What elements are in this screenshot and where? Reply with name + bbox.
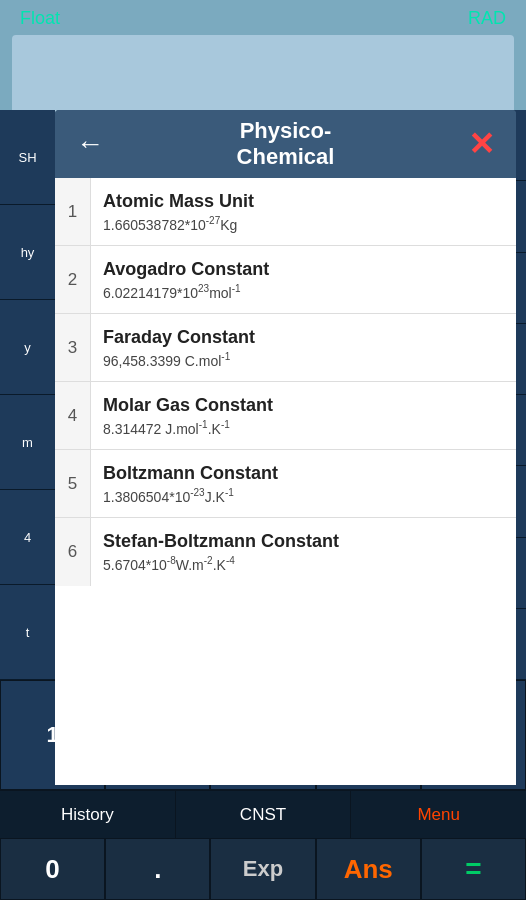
modal-title: Physico- Chemical [237, 118, 335, 171]
cnst-label: CNST [240, 805, 286, 825]
constant-item-1[interactable]: 1 Atomic Mass Unit 1.660538782*10-27Kg [55, 178, 516, 246]
button-0[interactable]: 0 [0, 838, 105, 900]
nav-row: History CNST Menu [0, 790, 526, 838]
constant-name-6: Stefan-Boltzmann Constant [103, 531, 504, 552]
constant-item-5[interactable]: 5 Boltzmann Constant 1.3806504*10-23J.K-… [55, 450, 516, 518]
constant-value-4: 8.314472 J.mol-1.K-1 [103, 419, 504, 437]
modal-title-wrap: Physico- Chemical [125, 118, 446, 171]
button-ans[interactable]: Ans [316, 838, 421, 900]
modal-header: ← Physico- Chemical ✕ [55, 110, 516, 178]
button-exp[interactable]: Exp [210, 838, 315, 900]
constant-info-5: Boltzmann Constant 1.3806504*10-23J.K-1 [91, 450, 516, 517]
mode-row: Float RAD [12, 8, 514, 29]
modal-close-button[interactable]: ✕ [446, 110, 516, 178]
side-btn-y[interactable]: y [0, 300, 55, 395]
constant-info-6: Stefan-Boltzmann Constant 5.6704*10-8W.m… [91, 518, 516, 586]
constant-value-2: 6.02214179*1023mol-1 [103, 283, 504, 301]
side-btn-sh[interactable]: SH [0, 110, 55, 205]
constant-value-1: 1.660538782*10-27Kg [103, 215, 504, 233]
constant-num-4: 4 [55, 382, 91, 449]
constant-item-2[interactable]: 2 Avogadro Constant 6.02214179*1023mol-1 [55, 246, 516, 314]
constant-num-1: 1 [55, 178, 91, 245]
button-dot[interactable]: . [105, 838, 210, 900]
function-row: 0 . Exp Ans = [0, 838, 526, 900]
constant-num-6: 6 [55, 518, 91, 586]
button-equals[interactable]: = [421, 838, 526, 900]
constant-info-3: Faraday Constant 96,458.3399 C.mol-1 [91, 314, 516, 381]
constant-num-5: 5 [55, 450, 91, 517]
nav-history-button[interactable]: History [0, 791, 176, 838]
nav-cnst-button[interactable]: CNST [176, 791, 352, 838]
constant-num-3: 3 [55, 314, 91, 381]
side-btn-t[interactable]: t [0, 585, 55, 680]
constant-info-1: Atomic Mass Unit 1.660538782*10-27Kg [91, 178, 516, 245]
constant-value-5: 1.3806504*10-23J.K-1 [103, 487, 504, 505]
constant-info-4: Molar Gas Constant 8.314472 J.mol-1.K-1 [91, 382, 516, 449]
constant-num-2: 2 [55, 246, 91, 313]
constant-name-5: Boltzmann Constant [103, 463, 504, 484]
history-label: History [61, 805, 114, 825]
back-arrow-icon: ← [76, 128, 104, 160]
close-x-icon: ✕ [468, 125, 495, 163]
constant-name-3: Faraday Constant [103, 327, 504, 348]
constant-item-6[interactable]: 6 Stefan-Boltzmann Constant 5.6704*10-8W… [55, 518, 516, 586]
float-label: Float [20, 8, 60, 29]
menu-label: Menu [417, 805, 460, 825]
constant-item-4[interactable]: 4 Molar Gas Constant 8.314472 J.mol-1.K-… [55, 382, 516, 450]
left-side-buttons: SH hy y m 4 t [0, 110, 55, 680]
physico-chemical-modal: ← Physico- Chemical ✕ 1 Atomic Mass Unit… [55, 110, 516, 785]
nav-menu-button[interactable]: Menu [351, 791, 526, 838]
constant-name-2: Avogadro Constant [103, 259, 504, 280]
constant-info-2: Avogadro Constant 6.02214179*1023mol-1 [91, 246, 516, 313]
constant-name-1: Atomic Mass Unit [103, 191, 504, 212]
constants-list: 1 Atomic Mass Unit 1.660538782*10-27Kg 2… [55, 178, 516, 785]
rad-label: RAD [468, 8, 506, 29]
constant-value-3: 96,458.3399 C.mol-1 [103, 351, 504, 369]
constant-item-3[interactable]: 3 Faraday Constant 96,458.3399 C.mol-1 [55, 314, 516, 382]
constant-name-4: Molar Gas Constant [103, 395, 504, 416]
side-btn-4[interactable]: 4 [0, 490, 55, 585]
side-btn-m[interactable]: m [0, 395, 55, 490]
modal-back-button[interactable]: ← [55, 110, 125, 178]
constant-value-6: 5.6704*10-8W.m-2.K-4 [103, 555, 504, 573]
side-btn-hy[interactable]: hy [0, 205, 55, 300]
